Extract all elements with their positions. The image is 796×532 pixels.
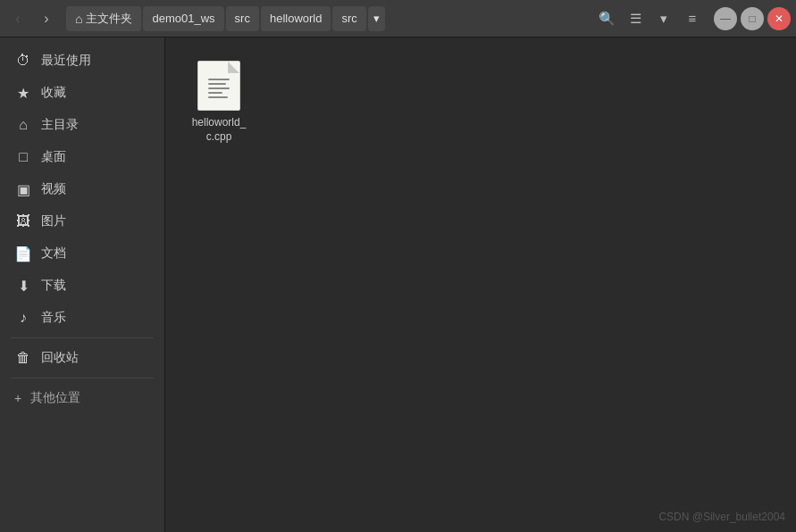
sidebar-add-locations[interactable]: + 其他位置 bbox=[0, 382, 164, 414]
sidebar-item-downloads-label: 下载 bbox=[41, 278, 66, 294]
main-layout: ⏱ 最近使用 ★ 收藏 ⌂ 主目录 □ 桌面 ▣ 视频 🖼 图片 📄 文档 ⬇ bbox=[0, 37, 796, 532]
trash-icon: 🗑 bbox=[14, 350, 32, 366]
sidebar-item-downloads[interactable]: ⬇ 下载 bbox=[0, 270, 164, 302]
close-button[interactable]: ✕ bbox=[767, 7, 791, 30]
nav-forward-button[interactable]: › bbox=[34, 6, 59, 31]
file-line-3 bbox=[208, 87, 230, 89]
file-icon-lines bbox=[208, 79, 230, 98]
sidebar-divider bbox=[11, 337, 154, 338]
documents-icon: 📄 bbox=[14, 245, 32, 262]
sidebar-item-music[interactable]: ♪ 音乐 bbox=[0, 302, 164, 334]
breadcrumb-src-label: src bbox=[235, 12, 250, 25]
pictures-icon: 🖼 bbox=[14, 213, 32, 229]
minimize-button[interactable]: — bbox=[714, 7, 737, 30]
sidebar-item-pictures[interactable]: 🖼 图片 bbox=[0, 205, 164, 237]
breadcrumb-src2[interactable]: src bbox=[332, 6, 365, 31]
sidebar-item-trash-label: 回收站 bbox=[41, 350, 79, 366]
sidebar-item-recent[interactable]: ⏱ 最近使用 bbox=[0, 45, 164, 77]
sidebar-item-favorites-label: 收藏 bbox=[41, 85, 66, 101]
sidebar-item-desktop-label: 桌面 bbox=[41, 149, 66, 165]
breadcrumb: ⌂ 主文件夹 demo01_ws src helloworld src ▾ bbox=[66, 6, 583, 31]
view-options-button[interactable]: ▾ bbox=[651, 6, 676, 31]
add-icon: + bbox=[14, 391, 21, 405]
window-controls: — □ ✕ bbox=[714, 7, 791, 30]
breadcrumb-dropdown[interactable]: ▾ bbox=[368, 6, 385, 31]
breadcrumb-helloworld-label: helloworld bbox=[270, 12, 323, 25]
breadcrumb-src2-label: src bbox=[341, 12, 356, 25]
sidebar-item-home[interactable]: ⌂ 主目录 bbox=[0, 109, 164, 141]
sidebar-item-recent-label: 最近使用 bbox=[41, 53, 91, 69]
sidebar-item-documents[interactable]: 📄 文档 bbox=[0, 237, 164, 270]
content-area: helloworld_c.cpp CSDN @Silver_bullet2004 bbox=[165, 37, 796, 532]
breadcrumb-demo01ws-label: demo01_ws bbox=[152, 12, 214, 25]
file-item-helloworld[interactable]: helloworld_c.cpp bbox=[183, 55, 255, 149]
toolbar-right: 🔍 ☰ ▾ ≡ bbox=[594, 6, 705, 31]
breadcrumb-src[interactable]: src bbox=[226, 6, 259, 31]
home-icon: ⌂ bbox=[75, 12, 82, 26]
watermark: CSDN @Silver_bullet2004 bbox=[658, 511, 785, 523]
music-icon: ♪ bbox=[14, 310, 32, 326]
list-view-button[interactable]: ☰ bbox=[623, 6, 648, 31]
sidebar-item-music-label: 音乐 bbox=[41, 310, 66, 326]
sidebar-item-desktop[interactable]: □ 桌面 bbox=[0, 141, 164, 173]
file-name-helloworld: helloworld_c.cpp bbox=[192, 116, 247, 144]
sidebar-divider-2 bbox=[11, 378, 154, 378]
sidebar: ⏱ 最近使用 ★ 收藏 ⌂ 主目录 □ 桌面 ▣ 视频 🖼 图片 📄 文档 ⬇ bbox=[0, 37, 165, 532]
recent-icon: ⏱ bbox=[14, 53, 32, 69]
breadcrumb-home[interactable]: ⌂ 主文件夹 bbox=[66, 6, 141, 31]
video-icon: ▣ bbox=[14, 181, 32, 198]
breadcrumb-demo01ws[interactable]: demo01_ws bbox=[143, 6, 223, 31]
downloads-icon: ⬇ bbox=[14, 278, 32, 295]
breadcrumb-helloworld[interactable]: helloworld bbox=[261, 6, 331, 31]
file-icon-helloworld bbox=[197, 61, 240, 111]
maximize-button[interactable]: □ bbox=[741, 7, 764, 30]
favorites-icon: ★ bbox=[14, 85, 32, 102]
sidebar-item-documents-label: 文档 bbox=[41, 245, 66, 262]
breadcrumb-home-label: 主文件夹 bbox=[86, 11, 132, 27]
file-line-5 bbox=[208, 96, 228, 98]
sidebar-item-video-label: 视频 bbox=[41, 181, 66, 197]
sidebar-item-home-label: 主目录 bbox=[41, 117, 79, 133]
sidebar-item-video[interactable]: ▣ 视频 bbox=[0, 173, 164, 205]
sidebar-item-pictures-label: 图片 bbox=[41, 213, 66, 229]
sidebar-item-favorites[interactable]: ★ 收藏 bbox=[0, 77, 164, 109]
desktop-icon: □ bbox=[14, 149, 32, 165]
home-sidebar-icon: ⌂ bbox=[14, 117, 32, 133]
titlebar: ‹ › ⌂ 主文件夹 demo01_ws src helloworld src … bbox=[0, 0, 796, 37]
sidebar-add-label: 其他位置 bbox=[30, 390, 80, 406]
file-line-4 bbox=[208, 92, 222, 94]
file-line-2 bbox=[208, 83, 226, 85]
file-line-1 bbox=[208, 79, 230, 80]
menu-button[interactable]: ≡ bbox=[680, 6, 705, 31]
nav-back-button[interactable]: ‹ bbox=[5, 6, 30, 31]
search-button[interactable]: 🔍 bbox=[594, 6, 619, 31]
sidebar-item-trash[interactable]: 🗑 回收站 bbox=[0, 342, 164, 374]
